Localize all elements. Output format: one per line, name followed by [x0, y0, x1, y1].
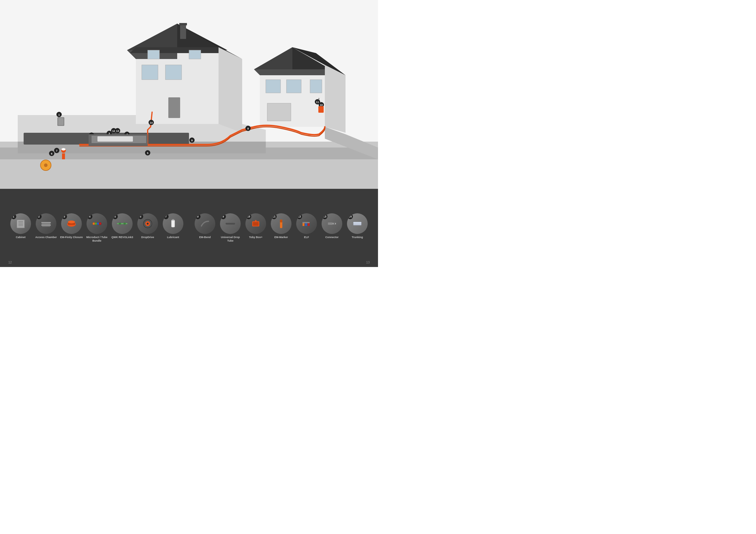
item-label-universal: Universal Drop Tube — [219, 236, 242, 242]
items-row: 1Cabinet2Access Chamber3EM-Finity Closur… — [9, 213, 369, 242]
svg-rect-35 — [58, 118, 64, 125]
item-entry-emmarker: 11EM-Marker — [269, 213, 293, 239]
item-entry-cabinet: 1Cabinet — [9, 213, 33, 239]
page-number-right: 13 — [366, 261, 370, 264]
item-number-embend: 8 — [195, 214, 201, 219]
svg-point-110 — [334, 223, 335, 224]
item-entry-emfinity: 3EM-Finity Closure — [60, 213, 83, 239]
item-circle-connector: 13 — [322, 213, 342, 234]
item-entry-dropdrive: 6DropDrive — [136, 213, 159, 239]
svg-rect-14 — [165, 65, 182, 80]
item-entry-toby: 10Toby Box+ — [244, 213, 268, 239]
svg-marker-28 — [325, 65, 345, 133]
svg-point-50 — [62, 148, 66, 150]
item-label-dropdrive: DropDrive — [141, 236, 154, 239]
item-entry-elf: 12ELF — [295, 213, 318, 239]
svg-rect-94 — [171, 220, 175, 227]
svg-text:6: 6 — [51, 152, 52, 155]
svg-text:14: 14 — [150, 121, 153, 124]
item-number-emmarker: 11 — [271, 214, 277, 219]
item-circle-lubricant: 7 — [163, 213, 183, 234]
svg-text:8: 8 — [247, 127, 249, 130]
svg-rect-100 — [253, 222, 258, 226]
svg-rect-79 — [41, 224, 51, 226]
item-label-embend: EM-Bend — [199, 236, 211, 239]
svg-rect-11 — [180, 24, 186, 39]
svg-text:11: 11 — [316, 101, 319, 104]
svg-text:5: 5 — [147, 152, 148, 155]
svg-text:1: 1 — [58, 113, 60, 116]
item-number-microduct: 4 — [87, 214, 93, 219]
illustration-svg: 1 2 3 4 5 6 7 8 9 — [0, 0, 378, 189]
svg-point-93 — [147, 223, 148, 224]
item-circle-dropdrive: 6 — [137, 213, 158, 234]
svg-point-52 — [44, 164, 47, 167]
svg-rect-49 — [62, 153, 65, 159]
svg-text:13: 13 — [116, 130, 119, 133]
svg-rect-25 — [286, 80, 301, 93]
svg-rect-12 — [179, 23, 187, 25]
item-label-trunking: Trunking — [352, 236, 363, 239]
item-label-connector: Connector — [325, 236, 339, 239]
bottom-section: 1Cabinet2Access Chamber3EM-Finity Closur… — [0, 189, 378, 267]
svg-rect-13 — [142, 65, 158, 80]
svg-rect-17 — [189, 50, 201, 59]
page-number-left: 12 — [8, 261, 12, 264]
item-number-trunking: 14 — [348, 214, 353, 219]
item-circle-elf: 12 — [296, 213, 317, 234]
svg-rect-15 — [168, 97, 180, 118]
svg-rect-77 — [41, 222, 51, 223]
svg-rect-59 — [318, 106, 324, 113]
item-label-toby: Toby Box+ — [249, 236, 262, 239]
item-number-cabinet: 1 — [11, 214, 16, 219]
item-entry-trunking: 14Trunking — [345, 213, 369, 239]
item-label-qwk: QWK REVOLink3 — [111, 236, 133, 239]
item-number-emfinity: 3 — [62, 214, 67, 219]
svg-point-83 — [68, 220, 75, 223]
item-label-emmarker: EM-Marker — [274, 236, 288, 239]
item-label-lubricant: Lubricant — [167, 236, 179, 239]
item-label-microduct: Microduct / Tube Bundle — [85, 236, 109, 242]
item-circle-qwk: 5 — [112, 213, 133, 234]
svg-rect-101 — [255, 220, 256, 222]
item-number-elf: 12 — [297, 214, 302, 219]
item-circle-toby: 10 — [245, 213, 266, 234]
item-label-cabinet: Cabinet — [16, 236, 25, 239]
item-number-connector: 13 — [322, 214, 328, 219]
svg-point-85 — [95, 222, 97, 225]
item-label-access: Access Chamber — [35, 236, 57, 239]
item-entry-microduct: 4Microduct / Tube Bundle — [85, 213, 109, 242]
svg-rect-16 — [148, 50, 159, 59]
svg-rect-26 — [310, 80, 322, 93]
item-entry-lubricant: 7Lubricant — [161, 213, 185, 239]
svg-rect-107 — [302, 222, 310, 223]
svg-point-87 — [99, 222, 101, 225]
top-section: FTTH FULL SOLUTION EM-Finity closure is … — [0, 0, 378, 189]
svg-text:10: 10 — [320, 104, 323, 107]
svg-marker-18 — [219, 47, 242, 133]
svg-rect-98 — [226, 223, 235, 223]
item-label-emfinity: EM-Finity Closure — [60, 236, 83, 239]
svg-rect-72 — [17, 220, 24, 228]
item-entry-connector: 13Connector — [320, 213, 344, 239]
svg-rect-96 — [172, 219, 174, 220]
svg-rect-78 — [42, 223, 50, 224]
item-entry-universal: 9Universal Drop Tube — [219, 213, 242, 242]
item-entry-qwk: 5QWK REVOLink3 — [110, 213, 134, 239]
svg-rect-108 — [328, 222, 333, 225]
svg-text:12: 12 — [112, 130, 115, 133]
item-number-qwk: 5 — [113, 214, 118, 219]
svg-rect-80 — [42, 226, 50, 227]
item-number-lubricant: 7 — [163, 214, 169, 219]
item-number-dropdrive: 6 — [138, 214, 143, 219]
svg-rect-27 — [267, 103, 291, 121]
svg-rect-70 — [97, 136, 133, 141]
item-number-toby: 10 — [246, 214, 251, 219]
svg-text:7: 7 — [56, 149, 57, 152]
svg-text:9: 9 — [191, 139, 193, 142]
svg-rect-103 — [280, 219, 282, 222]
item-number-universal: 9 — [221, 214, 226, 219]
svg-point-84 — [93, 222, 95, 225]
item-circle-cabinet: 1 — [10, 213, 31, 234]
item-circle-microduct: 4 — [87, 213, 107, 234]
